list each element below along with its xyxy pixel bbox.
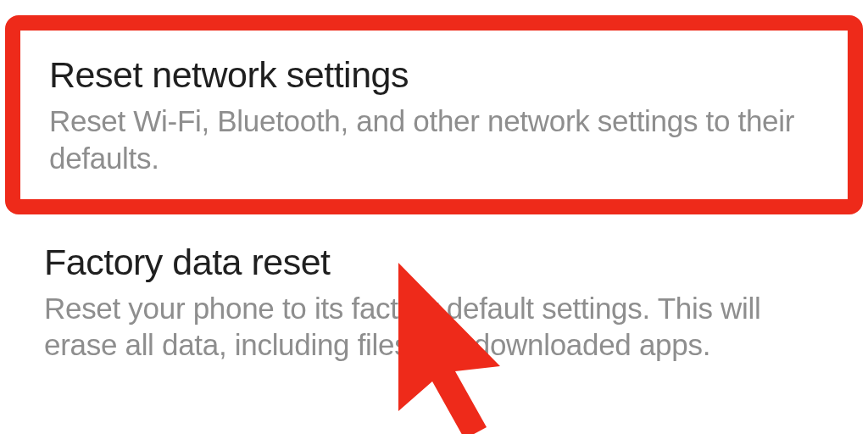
reset-network-title: Reset network settings [49,54,819,96]
reset-network-description: Reset Wi-Fi, Bluetooth, and other networ… [49,103,819,177]
factory-data-reset-item[interactable]: Factory data reset Reset your phone to i… [0,223,868,388]
reset-network-settings-item[interactable]: Reset network settings Reset Wi-Fi, Blue… [5,15,863,214]
factory-reset-description: Reset your phone to its factory default … [44,290,824,364]
factory-reset-title: Factory data reset [44,242,824,283]
